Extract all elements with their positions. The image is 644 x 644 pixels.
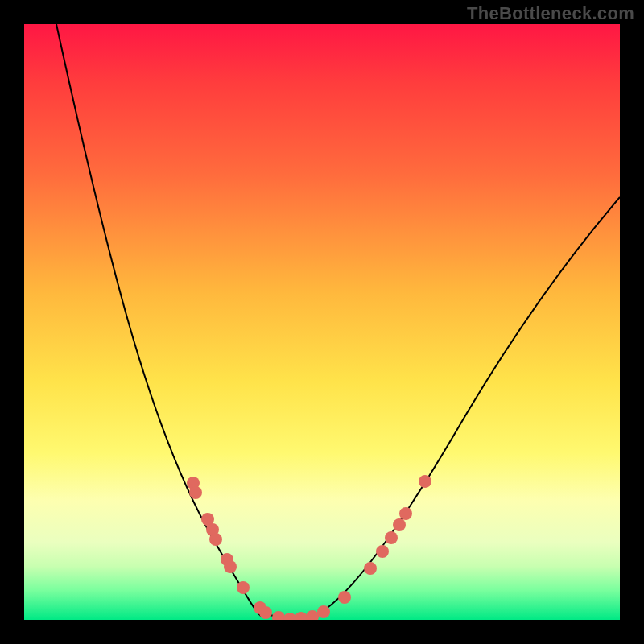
data-point-10 — [272, 611, 285, 620]
curve-left-branch — [56, 24, 274, 617]
data-point-12 — [295, 612, 308, 620]
data-point-4 — [209, 533, 222, 546]
data-point-19 — [393, 518, 406, 531]
curve-overlay — [24, 24, 620, 620]
data-point-16 — [364, 562, 377, 575]
data-point-18 — [385, 531, 398, 544]
data-point-20 — [399, 507, 412, 520]
data-point-15 — [338, 591, 351, 604]
data-point-17 — [376, 545, 389, 558]
data-point-14 — [317, 605, 330, 618]
data-point-7 — [237, 581, 250, 594]
data-point-21 — [419, 475, 431, 488]
data-point-6 — [224, 560, 237, 573]
curve-right-branch — [314, 197, 620, 616]
data-point-11 — [283, 613, 296, 620]
data-point-9 — [259, 606, 272, 619]
data-point-13 — [306, 610, 319, 620]
data-point-1 — [189, 486, 202, 499]
watermark-text: TheBottleneck.com — [467, 3, 634, 24]
